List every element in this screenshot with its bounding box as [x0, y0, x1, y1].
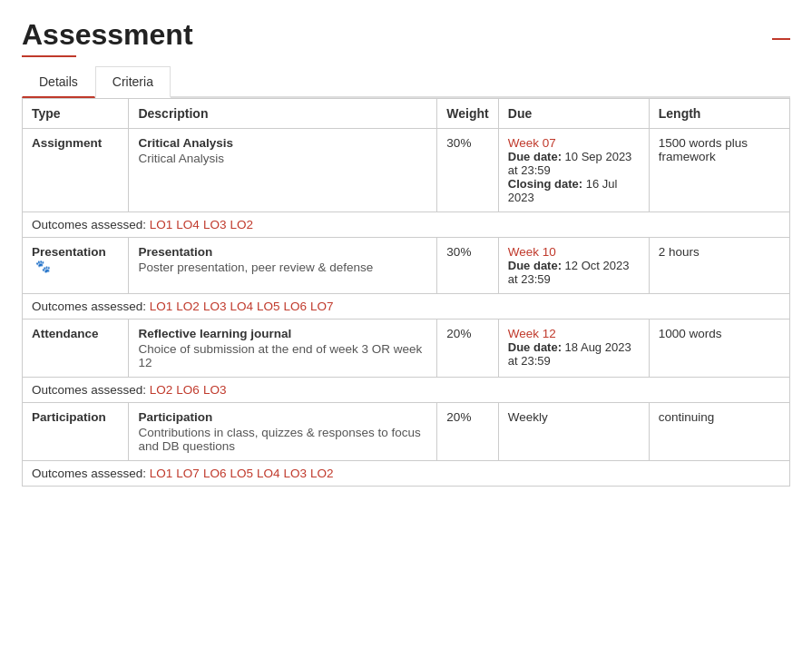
- minimize-icon[interactable]: —: [772, 27, 790, 48]
- lo-link[interactable]: LO3: [203, 218, 227, 231]
- outcomes-label: Outcomes assessed:: [32, 218, 150, 231]
- lo-link[interactable]: LO3: [283, 467, 307, 480]
- due-cell: Week 10Due date: 12 Oct 2023 at 23:59: [498, 238, 649, 294]
- group-icon: 🐾: [35, 259, 51, 273]
- due-week: Week 07: [508, 136, 556, 150]
- weight-cell: 30%: [437, 238, 498, 294]
- outcomes-row: Outcomes assessed: LO2LO6LO3: [23, 378, 790, 403]
- lo-link[interactable]: LO6: [176, 383, 200, 397]
- page-title: Assessment: [22, 18, 193, 52]
- lo-link[interactable]: LO7: [310, 300, 334, 313]
- outcomes-label: Outcomes assessed:: [32, 300, 150, 313]
- desc-sub: Critical Analysis: [138, 152, 427, 165]
- weight-cell: 20%: [437, 320, 498, 378]
- table-row: AttendanceReflective learning journalCho…: [23, 320, 790, 378]
- lo-link[interactable]: LO3: [203, 383, 227, 397]
- lo-link[interactable]: LO2: [176, 300, 200, 313]
- type-cell: Presentation 🐾: [23, 238, 129, 294]
- col-type: Type: [23, 99, 129, 129]
- col-description: Description: [129, 99, 437, 129]
- weight-cell: 30%: [437, 129, 498, 212]
- desc-title: Reflective learning journal: [138, 327, 427, 340]
- desc-sub: Poster presentation, peer review & defen…: [138, 261, 427, 274]
- lo-link[interactable]: LO1: [150, 467, 173, 480]
- table-row: AssignmentCritical AnalysisCritical Anal…: [23, 129, 790, 212]
- due-date: Due date: 18 Aug 2023 at 23:59: [508, 340, 631, 368]
- lo-link[interactable]: LO1: [150, 300, 173, 313]
- outcomes-cell: Outcomes assessed: LO1LO4LO3LO2: [23, 212, 790, 238]
- col-length: Length: [649, 99, 789, 129]
- table-row: Presentation 🐾PresentationPoster present…: [23, 238, 790, 294]
- lo-link[interactable]: LO6: [283, 300, 307, 313]
- header-divider: [22, 55, 76, 57]
- col-weight: Weight: [437, 99, 498, 129]
- table-header-row: Type Description Weight Due Length: [23, 99, 790, 129]
- table-row: ParticipationParticipationContributions …: [23, 403, 790, 461]
- type-cell: Attendance: [23, 320, 129, 378]
- length-cell: 2 hours: [649, 238, 789, 294]
- desc-cell: Reflective learning journalChoice of sub…: [129, 320, 437, 378]
- due-cell: Week 12Due date: 18 Aug 2023 at 23:59: [498, 320, 649, 378]
- lo-link[interactable]: LO4: [230, 300, 253, 313]
- outcomes-cell: Outcomes assessed: LO2LO6LO3: [23, 378, 790, 403]
- due-date: Due date: 12 Oct 2023 at 23:59: [508, 259, 630, 286]
- outcomes-row: Outcomes assessed: LO1LO4LO3LO2: [23, 212, 790, 238]
- lo-link[interactable]: LO1: [150, 218, 173, 231]
- desc-cell: PresentationPoster presentation, peer re…: [129, 238, 437, 294]
- outcomes-row: Outcomes assessed: LO1LO7LO6LO5LO4LO3LO2: [23, 461, 790, 487]
- desc-sub: Choice of submission at the end of week …: [138, 342, 427, 369]
- tab-criteria[interactable]: Criteria: [95, 66, 171, 98]
- desc-sub: Contributions in class, quizzes & respon…: [138, 426, 427, 453]
- length-cell: 1000 words: [649, 320, 789, 378]
- length-cell: continuing: [649, 403, 789, 461]
- lo-link[interactable]: LO3: [203, 300, 227, 313]
- lo-link[interactable]: LO4: [176, 218, 200, 231]
- due-week: Week 12: [508, 327, 556, 340]
- due-week: Week 10: [508, 245, 556, 259]
- desc-cell: Critical AnalysisCritical Analysis: [129, 129, 437, 212]
- lo-link[interactable]: LO5: [257, 300, 280, 313]
- lo-link[interactable]: LO4: [257, 467, 280, 480]
- due-date: Due date: 10 Sep 2023 at 23:59: [508, 150, 632, 177]
- tab-details[interactable]: Details: [22, 66, 95, 98]
- lo-link[interactable]: LO2: [230, 218, 253, 231]
- due-cell: Weekly: [498, 403, 649, 461]
- lo-link[interactable]: LO2: [310, 467, 334, 480]
- lo-link[interactable]: LO7: [176, 467, 200, 480]
- tab-bar: Details Criteria: [22, 64, 790, 98]
- length-cell: 1500 words plus framework: [649, 129, 789, 212]
- desc-cell: ParticipationContributions in class, qui…: [129, 403, 437, 461]
- criteria-table: Type Description Weight Due Length Assig…: [22, 98, 790, 487]
- outcomes-row: Outcomes assessed: LO1LO2LO3LO4LO5LO6LO7: [23, 294, 790, 320]
- lo-link[interactable]: LO5: [230, 467, 253, 480]
- desc-title: Presentation: [138, 245, 427, 259]
- outcomes-cell: Outcomes assessed: LO1LO2LO3LO4LO5LO6LO7: [23, 294, 790, 320]
- desc-title: Critical Analysis: [138, 136, 427, 150]
- page-header: Assessment —: [22, 18, 790, 52]
- outcomes-label: Outcomes assessed:: [32, 467, 150, 480]
- lo-link[interactable]: LO6: [203, 467, 227, 480]
- lo-link[interactable]: LO2: [150, 383, 173, 397]
- type-cell: Assignment: [23, 129, 129, 212]
- outcomes-cell: Outcomes assessed: LO1LO7LO6LO5LO4LO3LO2: [23, 461, 790, 487]
- outcomes-label: Outcomes assessed:: [32, 383, 150, 397]
- weight-cell: 20%: [437, 403, 498, 461]
- desc-title: Participation: [138, 410, 427, 424]
- type-cell: Participation: [23, 403, 129, 461]
- due-cell: Week 07Due date: 10 Sep 2023 at 23:59Clo…: [498, 129, 649, 212]
- closing-date: Closing date: 16 Jul 2023: [508, 177, 618, 204]
- col-due: Due: [498, 99, 649, 129]
